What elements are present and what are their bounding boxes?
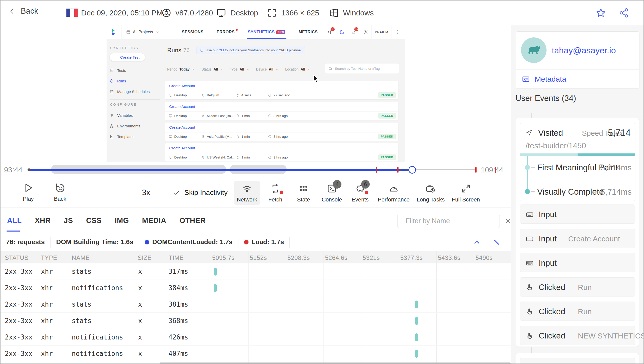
visited-event-card[interactable]: Visited Speed Index 5,714 /test-builder/…: [520, 123, 635, 201]
net-tab-other[interactable]: OTHER: [173, 208, 212, 233]
cli-link[interactable]: CLI: [219, 48, 224, 52]
panel-events-button[interactable]: 6Events: [347, 181, 373, 205]
events-icon: 6: [355, 183, 366, 194]
metadata-button[interactable]: Metadata: [516, 70, 639, 88]
announcements-button[interactable]: 1: [324, 25, 336, 39]
play-icon: [22, 182, 34, 194]
panel-state-button[interactable]: State: [290, 181, 317, 205]
sync-spinner-button[interactable]: [336, 25, 348, 39]
event-input[interactable]: Input: [520, 204, 635, 224]
end-time-label: 109:44: [481, 166, 503, 174]
network-request-row[interactable]: 2xx-3xxxhrstatsx381ms: [1, 296, 511, 313]
runs-title: Runs: [167, 47, 181, 54]
share-icon[interactable]: [618, 7, 630, 18]
timeline-progress: [29, 169, 412, 171]
timeline-remaining: [412, 169, 477, 170]
net-tab-media[interactable]: MEDIA: [136, 208, 173, 233]
run-card[interactable]: Create AccountDesktopAsia Pacific (M...1…: [165, 123, 398, 141]
cell-name: notifications: [72, 284, 123, 292]
sidebar-item-environments[interactable]: Environments: [110, 121, 167, 131]
create-test-button[interactable]: Create Test: [110, 53, 145, 61]
performance-icon: [388, 183, 399, 194]
run-duration-label: 1 min: [241, 155, 250, 159]
svg-text:10: 10: [59, 187, 63, 190]
more-menu-button[interactable]: [391, 25, 403, 39]
back-10s-button[interactable]: 10 Back: [48, 182, 72, 202]
playback-timeline[interactable]: 93:44 109:44: [1, 162, 511, 177]
net-tab-all[interactable]: ALL: [1, 208, 28, 233]
controls-divider: [166, 183, 166, 202]
network-request-row[interactable]: 2xx-3xxxhrstatsx368ms: [1, 313, 511, 329]
network-filter-input[interactable]: [406, 217, 495, 225]
net-tab-css[interactable]: CSS: [80, 208, 108, 233]
panel-full-screen-button[interactable]: Full Screen: [449, 181, 482, 205]
panel-fetch-button[interactable]: Fetch: [262, 181, 288, 205]
run-name-link[interactable]: Create Account: [169, 125, 195, 129]
event-input-create-account[interactable]: InputCreate Account: [520, 229, 635, 248]
favorite-star-icon[interactable]: [595, 7, 606, 18]
run-detail-row: DesktopBelgium4 secs27 sec agoPASSED: [165, 91, 398, 99]
sidebar-item-runs[interactable]: Runs: [110, 76, 167, 86]
app-tab-metrics[interactable]: METRICS: [292, 25, 324, 39]
jump-previous-icon[interactable]: [473, 238, 481, 246]
net-tab-js[interactable]: JS: [57, 208, 80, 233]
play-button[interactable]: Play: [16, 182, 40, 202]
sidebar-item-manage-schedules[interactable]: Manage Schedules: [110, 86, 167, 97]
panel-label: Long Tasks: [417, 196, 445, 203]
resolution-label: 1366 × 625: [281, 9, 319, 17]
network-request-row[interactable]: 2xx-3xxxhrnotificationsx407ms: [1, 346, 511, 362]
app-tab-synthetics[interactable]: SYNTHETICSNEW: [241, 25, 292, 39]
project-selector[interactable]: All Projects: [121, 25, 164, 39]
event-clicked-new-synthetics[interactable]: ClickedNEW SYNTHETICS: [520, 326, 635, 345]
horizontal-scrollbar[interactable]: [160, 362, 511, 364]
notifications-bell-button[interactable]: 33: [348, 25, 360, 39]
jump-next-icon[interactable]: [492, 238, 501, 246]
event-clicked-run[interactable]: ClickedRun: [520, 302, 635, 321]
pointer-icon: [526, 332, 534, 340]
network-request-row[interactable]: 2xx-3xxxhrnotificationsx384ms: [1, 280, 511, 296]
skip-inactivity-toggle[interactable]: Skip Inactivity: [173, 177, 228, 208]
network-request-row[interactable]: 2xx-3xxxhrnotificationsx426ms: [1, 329, 511, 346]
event-type: Clicked: [539, 307, 565, 316]
asayer-logo-icon: [110, 28, 118, 36]
net-tab-img[interactable]: IMG: [108, 208, 135, 233]
user-email[interactable]: tahay@asayer.io: [552, 46, 616, 55]
net-tab-xhr[interactable]: XHR: [28, 208, 57, 233]
panel-console-button[interactable]: 4Console: [319, 181, 345, 205]
run-name-link[interactable]: Create Account: [169, 104, 195, 109]
timeline-playhead[interactable]: [408, 166, 416, 174]
cell-size: x: [138, 268, 142, 275]
sidebar-item-variables[interactable]: Variables: [110, 110, 167, 121]
app-tab-sessions[interactable]: SESSIONS: [175, 25, 210, 39]
run-name-link[interactable]: Create Account: [169, 146, 195, 150]
stopwatch-icon: [236, 114, 240, 118]
app-tab-label: ERRORS: [217, 30, 235, 34]
run-name-link[interactable]: Create Account: [169, 84, 195, 88]
app-tab-label: METRICS: [299, 30, 318, 34]
run-card[interactable]: Create AccountDesktopBelgium4 secs27 sec…: [165, 81, 398, 99]
run-card[interactable]: Create AccountDesktopMiddle East (Ba...1…: [165, 102, 398, 120]
run-card[interactable]: Create AccountDesktopUS West (N. Cal...1…: [165, 143, 398, 162]
timeline-error-marker: [495, 167, 496, 173]
stopwatch-icon: [236, 155, 240, 159]
event-clicked-run[interactable]: ClickedRun: [520, 277, 635, 297]
event-value: NEW SYNTHETICS: [578, 332, 644, 340]
network-filter-box[interactable]: [397, 214, 500, 228]
app-tab-errors[interactable]: ERRORS: [210, 25, 241, 39]
run-time-ago-label: 3 hrs ago: [274, 114, 288, 118]
playback-speed-button[interactable]: 3x: [142, 177, 150, 208]
sidebar-item-templates[interactable]: Templates: [110, 131, 167, 142]
environments-icon: [110, 124, 114, 128]
settings-gear-button[interactable]: [360, 25, 371, 39]
run-device-label: Desktop: [174, 155, 187, 159]
event-input[interactable]: Input: [520, 253, 635, 272]
user-menu[interactable]: KRAIEM: [371, 25, 391, 39]
visited-label: Visited: [538, 128, 563, 138]
network-request-row[interactable]: 2xx-3xxxhrstatsx317ms: [1, 263, 511, 280]
panel-long-tasks-button[interactable]: Long Tasks: [414, 181, 447, 205]
app-content: Runs 76 Use our CLI to include your Synt…: [165, 39, 405, 162]
panel-performance-button[interactable]: Performance: [375, 181, 412, 205]
panel-network-button[interactable]: Network: [234, 181, 260, 205]
sidebar-item-tests[interactable]: Tests: [110, 65, 167, 76]
back-button[interactable]: Back: [8, 7, 38, 16]
